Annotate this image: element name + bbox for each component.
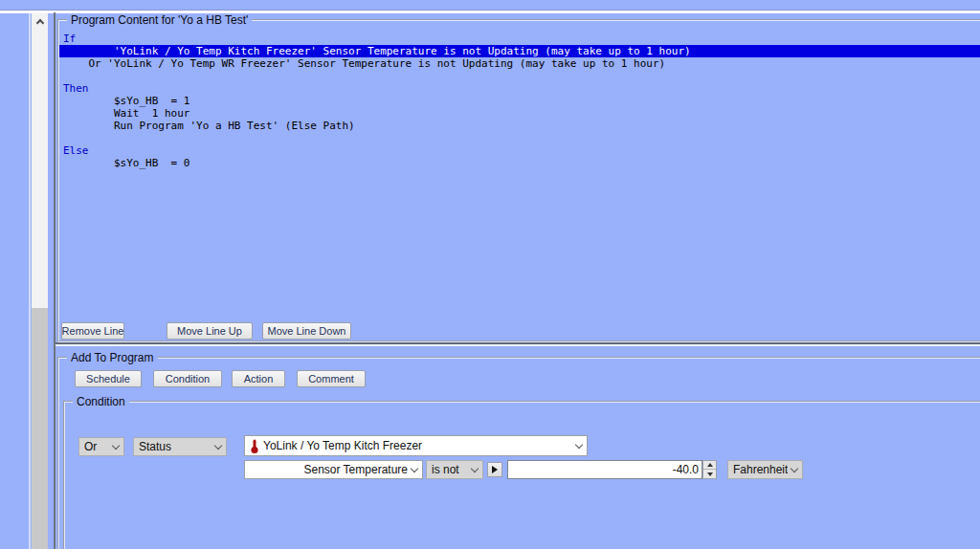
program-code-listing: If 'YoLink / Yo Temp Kitch Freezer' Sens…: [59, 33, 980, 169]
move-line-up-button[interactable]: Move Line Up: [167, 322, 253, 340]
condition-type-value: Status: [139, 440, 212, 453]
value-spinner: [702, 460, 717, 479]
program-line[interactable]: Or 'YoLink / Yo Temp WR Freezer' Sensor …: [59, 57, 980, 70]
spinner-down-icon: [707, 472, 713, 476]
program-line[interactable]: Wait 1 hour: [59, 107, 980, 120]
spinner-up-button[interactable]: [703, 461, 716, 470]
program-line[interactable]: If: [59, 33, 980, 45]
program-line[interactable]: Then: [59, 82, 980, 95]
scroll-up-button[interactable]: [32, 13, 48, 30]
device-value: YoLink / Yo Temp Kitch Freezer: [263, 439, 572, 452]
program-content-title: Program Content for 'Yo a HB Test': [67, 13, 252, 27]
chevron-down-icon: [411, 464, 418, 472]
scrollbar-thumb[interactable]: [32, 308, 48, 549]
program-line[interactable]: Else: [59, 144, 980, 157]
chevron-down-icon: [471, 464, 479, 472]
property-value: Sensor Temperature: [250, 463, 408, 476]
condition-button[interactable]: Condition: [153, 370, 222, 387]
comment-button[interactable]: Comment: [297, 370, 366, 387]
comparator-value: is not: [432, 463, 468, 476]
vertical-scrollbar[interactable]: [32, 13, 48, 549]
pane-divider-highlight: [29, 13, 31, 549]
chevron-down-icon: [575, 440, 583, 448]
join-operator-select[interactable]: Or: [78, 437, 124, 456]
program-content-panel: Program Content for 'Yo a HB Test' If 'Y…: [57, 19, 980, 342]
schedule-button[interactable]: Schedule: [75, 370, 142, 387]
pane-divider[interactable]: [54, 12, 56, 549]
program-line[interactable]: $sYo_HB = 1: [59, 95, 980, 107]
condition-group-title: Condition: [73, 395, 129, 408]
unit-value: Fahrenheit: [733, 463, 788, 476]
condition-group: Condition Or Status YoLink / Yo Temp Kit…: [63, 401, 980, 549]
add-to-program-title: Add To Program: [67, 351, 158, 364]
device-select[interactable]: YoLink / Yo Temp Kitch Freezer: [244, 435, 588, 456]
chevron-down-icon: [791, 464, 798, 472]
chevron-down-icon: [214, 441, 222, 449]
expand-value-button[interactable]: [487, 462, 502, 477]
condition-type-select[interactable]: Status: [133, 437, 227, 456]
program-line[interactable]: $sYo_HB = 0: [59, 157, 980, 169]
move-line-down-button[interactable]: Move Line Down: [262, 322, 351, 340]
horizontal-splitter-highlight: [56, 344, 980, 346]
program-line[interactable]: 'YoLink / Yo Temp Kitch Freezer' Sensor …: [59, 45, 980, 57]
action-button[interactable]: Action: [232, 370, 285, 387]
unit-select[interactable]: Fahrenheit: [727, 460, 803, 479]
value-input[interactable]: [507, 460, 702, 479]
comparator-select[interactable]: is not: [426, 460, 483, 479]
join-operator-value: Or: [84, 440, 109, 453]
spinner-down-button[interactable]: [703, 470, 716, 478]
chevron-down-icon: [112, 441, 120, 449]
spinner-up-icon: [707, 463, 713, 467]
scroll-up-icon: [35, 19, 43, 27]
remove-line-button[interactable]: Remove Line: [61, 322, 124, 340]
program-line[interactable]: [59, 132, 980, 144]
program-line[interactable]: [59, 70, 980, 82]
thermometer-icon: [250, 438, 259, 454]
program-line[interactable]: Run Program 'Yo a HB Test' (Else Path): [59, 120, 980, 132]
play-arrow-icon: [492, 466, 498, 473]
property-select[interactable]: Sensor Temperature: [244, 460, 423, 479]
